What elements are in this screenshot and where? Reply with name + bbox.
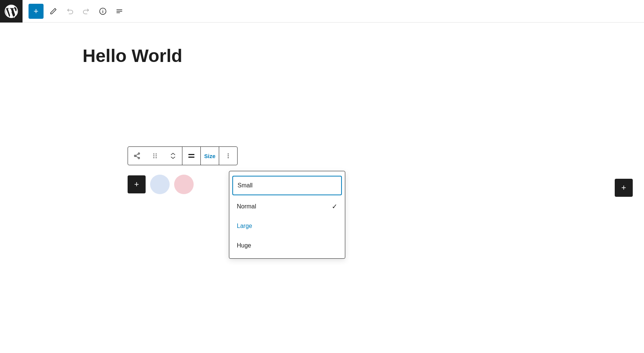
toolbar-group-align bbox=[182, 147, 201, 165]
undo-icon bbox=[66, 8, 74, 15]
align-icon bbox=[188, 152, 195, 160]
tools-button[interactable] bbox=[47, 5, 60, 18]
undo-button[interactable] bbox=[63, 5, 77, 18]
page-title[interactable]: Hello World bbox=[83, 45, 561, 67]
align-button[interactable] bbox=[182, 147, 200, 165]
svg-rect-12 bbox=[188, 154, 194, 155]
share-button[interactable] bbox=[128, 147, 146, 165]
size-option-small[interactable]: Small bbox=[232, 176, 342, 195]
share-icon bbox=[133, 152, 141, 160]
add-block-inline-button[interactable]: + bbox=[128, 175, 146, 193]
toolbar-group-size: Size bbox=[201, 147, 219, 165]
chevron-up-icon bbox=[170, 152, 176, 156]
checkmark-icon: ✓ bbox=[332, 202, 337, 211]
circles-row: + bbox=[128, 175, 194, 194]
size-option-huge[interactable]: Huge bbox=[229, 236, 345, 255]
svg-point-4 bbox=[138, 157, 140, 159]
more-options-icon bbox=[224, 152, 232, 160]
move-up-down-button[interactable] bbox=[164, 147, 182, 165]
topbar: + bbox=[0, 0, 644, 23]
svg-point-6 bbox=[153, 154, 154, 154]
info-button[interactable] bbox=[96, 5, 110, 18]
toolbar-group-share bbox=[128, 147, 182, 165]
pencil-icon bbox=[50, 8, 57, 15]
menu-icon bbox=[116, 8, 123, 15]
more-options-button[interactable] bbox=[219, 147, 237, 165]
drag-icon bbox=[152, 152, 158, 159]
svg-point-16 bbox=[228, 157, 229, 158]
svg-point-10 bbox=[153, 157, 154, 158]
block-toolbar: Size bbox=[128, 146, 238, 165]
svg-rect-13 bbox=[188, 157, 194, 158]
right-add-button[interactable]: + bbox=[615, 179, 633, 197]
svg-point-11 bbox=[156, 157, 156, 158]
wp-logo-icon bbox=[5, 5, 18, 18]
svg-point-8 bbox=[153, 155, 154, 156]
svg-point-5 bbox=[134, 155, 136, 157]
chevron-down-icon bbox=[170, 156, 176, 160]
svg-point-9 bbox=[156, 155, 156, 156]
redo-button[interactable] bbox=[80, 5, 93, 18]
size-option-large[interactable]: Large bbox=[229, 216, 345, 236]
svg-point-15 bbox=[228, 155, 229, 157]
pink-circle bbox=[174, 175, 194, 194]
svg-point-14 bbox=[228, 154, 229, 155]
add-block-button[interactable]: + bbox=[29, 4, 44, 19]
info-icon bbox=[99, 8, 107, 15]
size-option-normal[interactable]: Normal ✓ bbox=[229, 197, 345, 216]
toolbar-group-more bbox=[219, 147, 237, 165]
main-area: Hello World bbox=[0, 23, 644, 353]
redo-icon bbox=[83, 8, 90, 15]
blue-circle bbox=[150, 175, 170, 194]
editor-area: Hello World bbox=[0, 23, 644, 353]
svg-point-7 bbox=[156, 154, 156, 154]
size-button[interactable]: Size bbox=[201, 147, 219, 165]
svg-point-3 bbox=[138, 153, 140, 154]
wp-logo bbox=[0, 0, 23, 23]
drag-button[interactable] bbox=[146, 147, 164, 165]
svg-point-2 bbox=[102, 9, 103, 10]
menu-button[interactable] bbox=[113, 5, 126, 18]
size-dropdown: Small Normal ✓ Large Huge bbox=[229, 171, 345, 259]
